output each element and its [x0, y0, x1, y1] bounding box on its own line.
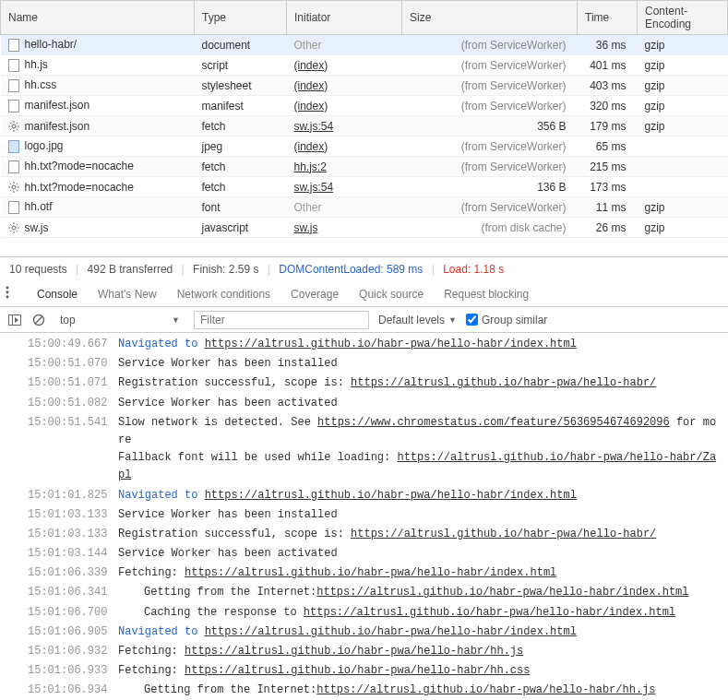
console-link[interactable]: https://altrusl.github.io/habr-pwa/hello…: [351, 376, 656, 389]
console-text: Getting from the Internet:: [118, 584, 316, 601]
network-header-row: Name Type Initiator Size Time Content-En…: [1, 1, 728, 35]
request-name: hello-habr/: [25, 38, 78, 51]
initiator-link[interactable]: hh.js:2: [294, 160, 327, 173]
request-type: document: [202, 39, 251, 52]
request-time: 11 ms: [596, 201, 627, 214]
status-finish: Finish: 2.59 s: [193, 263, 258, 276]
console-message: Service Worker has been activated: [118, 545, 722, 563]
initiator-link[interactable]: (index): [294, 100, 328, 113]
console-text: Fetching:: [118, 645, 185, 658]
col-header-initiator[interactable]: Initiator: [287, 1, 402, 35]
svg-line-5: [9, 123, 10, 124]
request-size: (from disk cache): [481, 221, 566, 234]
network-row[interactable]: logo.jpgjpeg(index)(from ServiceWorker)6…: [1, 136, 728, 157]
network-row[interactable]: hh.txt?mode=nocachefetchhh.js:2(from Ser…: [1, 157, 728, 177]
network-row[interactable]: hh.cssstylesheet(index)(from ServiceWork…: [1, 76, 728, 96]
initiator-link[interactable]: (index): [294, 79, 328, 92]
tab-coverage[interactable]: Coverage: [289, 282, 340, 306]
svg-point-27: [6, 287, 9, 290]
console-timestamp: 15:01:06.932: [28, 643, 118, 660]
console-text: Navigated to: [118, 489, 205, 502]
request-type: manifest: [202, 100, 244, 113]
gear-icon: [8, 222, 19, 233]
console-row: 15:01:06.700Caching the response to http…: [0, 603, 728, 623]
svg-line-34: [35, 316, 42, 324]
tab-network-conditions[interactable]: Network conditions: [175, 282, 272, 306]
group-similar-checkbox[interactable]: Group similar: [466, 314, 547, 326]
console-link[interactable]: https://altrusl.github.io/habr-pwa/hello…: [205, 338, 577, 350]
col-header-name[interactable]: Name: [1, 1, 195, 35]
tab-request-blocking[interactable]: Request blocking: [442, 282, 531, 306]
request-name: manifest.json: [25, 99, 90, 112]
request-type: jpeg: [202, 140, 223, 153]
network-row[interactable]: hh.jsscript(index)(from ServiceWorker)40…: [1, 55, 728, 76]
request-name: hh.css: [25, 78, 57, 91]
clear-console-icon[interactable]: [31, 313, 46, 327]
network-row[interactable]: hello-habr/documentOther(from ServiceWor…: [1, 35, 728, 55]
request-name: logo.jpg: [25, 139, 64, 152]
console-message: Navigated to https://altrusl.github.io/h…: [118, 623, 722, 641]
console-row: 15:01:06.933Fetching: https://altrusl.gi…: [0, 661, 728, 681]
request-name: hh.otf: [25, 200, 53, 213]
console-link[interactable]: https://altrusl.github.io/habr-pwa/hello…: [185, 645, 523, 658]
request-time: 215 ms: [590, 160, 626, 173]
status-load: Load: 1.18 s: [443, 263, 504, 276]
tab-whatsnew[interactable]: What's New: [96, 282, 159, 306]
console-timestamp: 15:01:06.933: [28, 662, 118, 680]
network-row[interactable]: manifest.jsonmanifest(index)(from Servic…: [1, 96, 728, 116]
console-message: Registration successful, scope is: https…: [118, 526, 722, 543]
sidebar-toggle-icon[interactable]: [7, 313, 22, 327]
network-row[interactable]: hh.otffontOther(from ServiceWorker)11 ms…: [1, 197, 728, 218]
network-table: Name Type Initiator Size Time Content-En…: [0, 0, 728, 238]
request-size: 136 B: [537, 181, 566, 194]
request-type: fetch: [202, 181, 226, 194]
network-status-bar: 10 requests | 492 B transferred | Finish…: [0, 256, 728, 281]
file-icon: [8, 79, 19, 92]
console-link[interactable]: https://altrusl.github.io/habr-pwa/hello…: [351, 528, 656, 540]
context-selector[interactable]: top ▼: [55, 312, 185, 328]
network-row[interactable]: sw.jsjavascriptsw.js(from disk cache)26 …: [1, 218, 728, 238]
console-row: 15:00:51.071Registration successful, sco…: [0, 374, 728, 393]
console-link[interactable]: https://altrusl.github.io/habr-pwa/hello…: [205, 625, 577, 638]
console-row: 15:00:51.541Slow network is detected. Se…: [0, 413, 728, 486]
more-icon[interactable]: [6, 286, 18, 302]
tab-quick-source[interactable]: Quick source: [357, 282, 425, 306]
console-link[interactable]: https://altrusl.github.io/habr-pwa/hello…: [316, 586, 688, 599]
console-link[interactable]: https://altrusl.github.io/habr-pwa/hello…: [185, 664, 530, 677]
network-row[interactable]: hh.txt?mode=nocachefetchsw.js:54136 B173…: [1, 177, 728, 197]
svg-line-8: [16, 123, 17, 124]
console-link[interactable]: https://www.chromestatus.com/feature/563…: [317, 416, 670, 429]
console-row: 15:01:01.825Navigated to https://altrusl…: [0, 486, 728, 505]
initiator-link[interactable]: (index): [294, 59, 328, 72]
svg-point-18: [12, 226, 16, 230]
initiator-link[interactable]: (index): [294, 140, 328, 153]
col-header-time[interactable]: Time: [578, 1, 638, 35]
request-size: (from ServiceWorker): [461, 201, 567, 214]
console-timestamp: 15:01:06.905: [28, 623, 118, 641]
console-filter-input[interactable]: [194, 311, 369, 329]
col-header-encoding[interactable]: Content-Encoding: [638, 1, 728, 35]
console-message: Service Worker has been installed: [118, 506, 722, 524]
console-link[interactable]: https://altrusl.github.io/habr-pwa/hello…: [316, 683, 655, 696]
request-time: 320 ms: [590, 100, 626, 113]
initiator-link[interactable]: sw.js: [294, 221, 318, 234]
console-link[interactable]: https://altrusl.github.io/habr-pwa/hello…: [185, 566, 556, 579]
console-timestamp: 15:01:03.133: [28, 526, 118, 543]
svg-point-28: [6, 291, 9, 294]
gear-icon: [8, 121, 19, 132]
group-similar-input[interactable]: [466, 314, 478, 326]
request-size: (from ServiceWorker): [461, 79, 567, 92]
console-link[interactable]: https://altrusl.github.io/habr-pwa/hello…: [304, 606, 675, 619]
request-time: 173 ms: [590, 181, 626, 194]
console-timestamp: 15:01:03.144: [28, 545, 118, 563]
console-timestamp: 15:01:06.934: [28, 682, 118, 699]
tab-console[interactable]: Console: [35, 282, 79, 306]
initiator-link[interactable]: sw.js:54: [294, 181, 334, 194]
col-header-type[interactable]: Type: [195, 1, 287, 35]
console-link[interactable]: https://altrusl.github.io/habr-pwa/hello…: [205, 489, 577, 502]
log-level-selector[interactable]: Default levels ▼: [378, 314, 457, 326]
col-header-size[interactable]: Size: [402, 1, 578, 35]
initiator-link[interactable]: sw.js:54: [294, 120, 334, 133]
request-time: 36 ms: [596, 39, 627, 52]
network-row[interactable]: manifest.jsonfetchsw.js:54356 B179 msgzi…: [1, 116, 728, 136]
